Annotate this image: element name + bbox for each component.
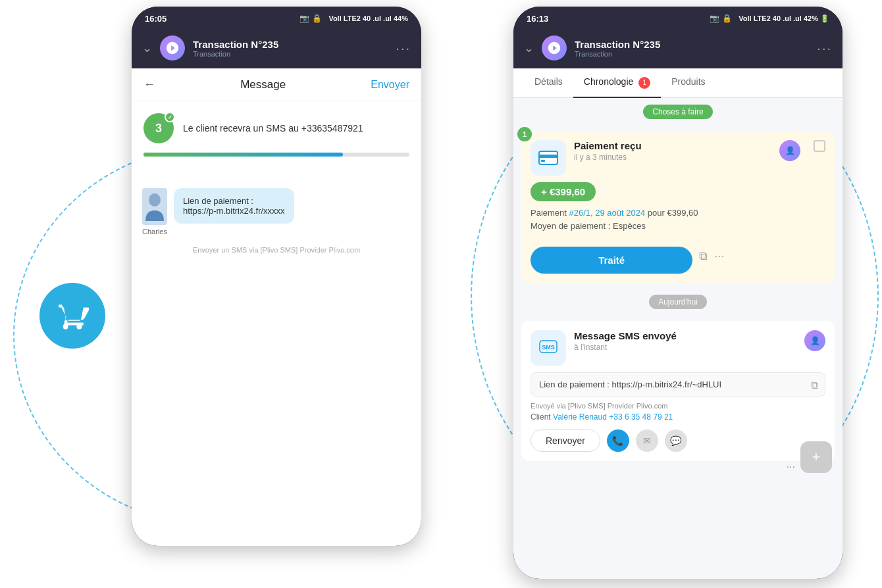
message-title: Message	[240, 78, 286, 91]
sms-content-text: Lien de paiement : https://p-m.bitrix24.…	[539, 380, 721, 389]
copy-sms-icon[interactable]: ⧉	[811, 380, 818, 391]
card-num-badge: 1	[517, 127, 532, 141]
left-time: 16:05	[145, 14, 167, 24]
sms-title-block: Message SMS envoyé à l'instant	[574, 330, 677, 352]
sms-card-top-row: SMS Message SMS envoyé à l'instant 👤	[531, 330, 825, 366]
svg-point-0	[149, 193, 161, 207]
action-phone-icon[interactable]: 📞	[607, 429, 629, 452]
svg-text:SMS: SMS	[542, 344, 555, 351]
progress-fill	[143, 153, 343, 157]
left-header-subtitle: Transaction	[193, 50, 388, 58]
left-phone: 16:05 📷 🔒 Voll LTE2 40 .ul .ul 44% ⌄ Tra…	[132, 7, 421, 546]
sms-user-avatar: 👤	[804, 330, 825, 351]
card-action-copy[interactable]: ⧉	[699, 249, 708, 263]
avatar-image	[142, 188, 167, 225]
card-user-avatar: 👤	[779, 140, 800, 161]
left-header-avatar	[160, 36, 185, 61]
renvoyer-button[interactable]: Renvoyer	[531, 429, 600, 452]
right-status-bar: 16:13 📷 🔒 Voll LTE2 40 .ul .ul 42% 🔋	[513, 7, 843, 30]
client-label: Client	[531, 412, 551, 422]
right-phone: 16:13 📷 🔒 Voll LTE2 40 .ul .ul 42% 🔋 ⌄ T…	[513, 7, 843, 579]
chat-bubble: Lien de paiement : https://p-m.bitrix24.…	[174, 188, 294, 224]
card-bottom-actions: Traité ⧉ ···	[531, 239, 825, 274]
left-app-header: ⌄ Transaction N°235 Transaction ···	[132, 30, 421, 68]
right-header-subtitle: Transaction	[575, 50, 809, 58]
chronologie-badge: 1	[638, 77, 650, 89]
tab-details[interactable]: Détails	[524, 68, 573, 98]
message-back[interactable]: ←	[143, 78, 155, 91]
envoyer-button[interactable]: Envoyer	[371, 79, 409, 91]
charles-avatar: Charles	[142, 188, 167, 235]
section-choses: Choses à faire	[513, 98, 843, 126]
bottom-area: + ···	[513, 466, 843, 519]
sms-provider-small: Envoyé via [Plivo SMS] Provider Plivo.co…	[531, 402, 825, 410]
tab-produits[interactable]: Produits	[661, 68, 715, 98]
left-back-chevron[interactable]: ⌄	[142, 41, 152, 55]
action-email-icon[interactable]: ✉	[636, 429, 658, 452]
renvoyer-btn-row: Renvoyer 📞 ✉ 💬	[531, 429, 825, 452]
payment-title: Paiement reçu	[574, 140, 642, 151]
traite-button[interactable]: Traité	[531, 247, 692, 274]
sms-subtitle: à l'instant	[574, 343, 677, 352]
cart-circle	[39, 283, 105, 349]
right-header-menu[interactable]: ···	[817, 41, 832, 56]
tab-chronologie[interactable]: Chronologie 1	[573, 68, 661, 98]
sms-content-box: Lien de paiement : https://p-m.bitrix24.…	[531, 372, 825, 397]
step-row: 3 ✓ Le client recevra un SMS au +3363548…	[143, 113, 409, 143]
payment-detail-1: Paiement #26/1, 29 août 2024 pour €399,6…	[531, 207, 825, 220]
payment-icon-box	[531, 140, 566, 176]
sms-provider: Envoyer un SMS via [Plivo SMS] Provider …	[142, 246, 411, 254]
right-header-title-block: Transaction N°235 Transaction	[575, 39, 809, 58]
chat-section: Charles Lien de paiement : https://p-m.b…	[132, 182, 421, 260]
payment-details: Paiement #26/1, 29 août 2024 pour €399,6…	[531, 207, 825, 234]
tabs-row: Détails Chronologie 1 Produits	[513, 68, 843, 98]
card-action-more[interactable]: ···	[714, 249, 724, 263]
cart-icon	[56, 299, 89, 332]
left-status-bar: 16:05 📷 🔒 Voll LTE2 40 .ul .ul 44%	[132, 7, 421, 30]
svg-rect-2	[539, 155, 558, 158]
charles-name: Charles	[142, 228, 167, 235]
step-check: ✓	[165, 112, 175, 122]
right-header-title: Transaction N°235	[575, 39, 809, 50]
chat-bubble-text: Lien de paiement : https://p-m.bitrix24.…	[183, 196, 285, 216]
step-section: 3 ✓ Le client recevra un SMS au +3363548…	[132, 101, 421, 182]
left-message-screen: ← Message Envoyer 3 ✓ Le client recevra …	[132, 68, 421, 546]
client-phone[interactable]: +33 6 35 48 79 21	[609, 412, 673, 422]
left-header-title: Transaction N°235	[193, 39, 388, 50]
bottom-more[interactable]: ···	[787, 461, 795, 473]
svg-rect-3	[541, 160, 545, 162]
client-name[interactable]: Valérie Renaud	[553, 412, 609, 422]
card-title-block: Paiement reçu il y a 3 minutes	[574, 140, 642, 162]
sms-icon-box: SMS	[531, 330, 566, 366]
left-status-icons: 📷 🔒 Voll LTE2 40 .ul .ul 44%	[299, 14, 408, 23]
card-checkbox[interactable]	[814, 140, 825, 152]
message-header: ← Message Envoyer	[132, 68, 421, 101]
right-status-icons: 📷 🔒 Voll LTE2 40 .ul .ul 42% 🔋	[710, 14, 829, 23]
action-chat-icon[interactable]: 💬	[665, 429, 687, 452]
client-line: Client Valérie Renaud +33 6 35 48 79 21	[531, 412, 825, 422]
payment-link[interactable]: #26/1, 29 août 2024	[569, 208, 646, 218]
card-top-row: Paiement reçu il y a 3 minutes 👤	[531, 140, 825, 176]
step-circle: 3 ✓	[143, 113, 174, 143]
payment-card: 1 Paiement reçu il y a 3 minutes 👤	[521, 131, 835, 283]
timeline-content: Choses à faire 1 Paiement reçu il y a 3 …	[513, 98, 843, 579]
payment-detail-2: Moyen de paiement : Espèces	[531, 220, 825, 233]
sms-title: Message SMS envoyé	[574, 330, 677, 341]
section-aujourd-hui: Aujourd'hui	[513, 288, 843, 316]
left-header-title-block: Transaction N°235 Transaction	[193, 39, 388, 58]
plus-button[interactable]: +	[800, 441, 832, 473]
chat-bubble-row: Charles Lien de paiement : https://p-m.b…	[142, 188, 411, 235]
step-text: Le client recevra un SMS au +33635487921	[183, 123, 363, 134]
right-time: 16:13	[527, 14, 548, 24]
section-choses-label: Choses à faire	[643, 105, 712, 119]
progress-bar	[143, 153, 409, 157]
amount-badge: + €399,60	[531, 182, 596, 201]
left-header-menu[interactable]: ···	[396, 41, 411, 56]
right-back-chevron[interactable]: ⌄	[524, 41, 534, 55]
right-app-header: ⌄ Transaction N°235 Transaction ···	[513, 30, 843, 68]
payment-subtitle: il y a 3 minutes	[574, 153, 642, 162]
right-header-avatar	[542, 36, 567, 61]
section-today-label: Aujourd'hui	[649, 295, 707, 309]
sms-card: SMS Message SMS envoyé à l'instant 👤 Lie…	[521, 321, 835, 461]
